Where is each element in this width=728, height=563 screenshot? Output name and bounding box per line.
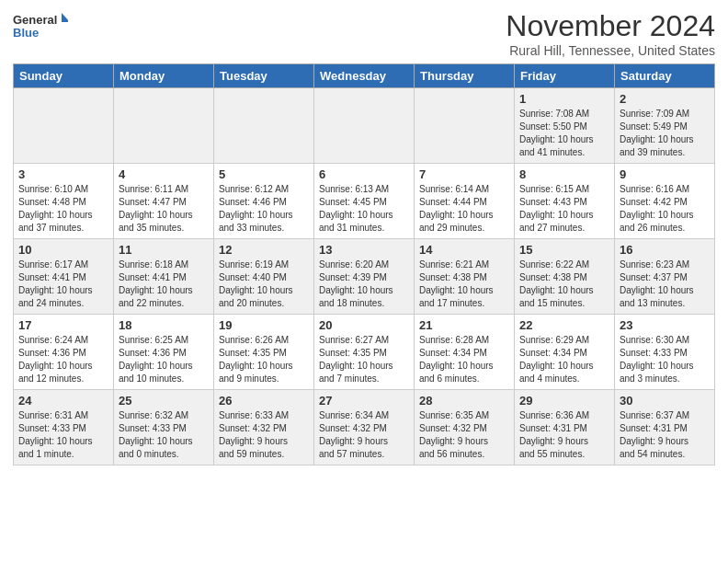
day-info: Sunrise: 6:24 AM Sunset: 4:36 PM Dayligh… xyxy=(18,334,108,385)
day-number: 17 xyxy=(18,318,108,332)
table-row: 30Sunrise: 6:37 AM Sunset: 4:31 PM Dayli… xyxy=(615,390,715,465)
table-row xyxy=(415,88,515,164)
header-tuesday: Tuesday xyxy=(214,64,314,88)
header: General Blue November 2024 Rural Hill, T… xyxy=(13,9,715,58)
day-info: Sunrise: 6:17 AM Sunset: 4:41 PM Dayligh… xyxy=(18,259,108,310)
header-friday: Friday xyxy=(515,64,615,88)
table-row: 14Sunrise: 6:21 AM Sunset: 4:38 PM Dayli… xyxy=(415,239,515,315)
day-info: Sunrise: 6:26 AM Sunset: 4:35 PM Dayligh… xyxy=(219,334,309,385)
day-info: Sunrise: 6:14 AM Sunset: 4:44 PM Dayligh… xyxy=(419,183,509,235)
table-row: 5Sunrise: 6:12 AM Sunset: 4:46 PM Daylig… xyxy=(214,164,314,239)
svg-text:General: General xyxy=(13,13,57,27)
day-number: 10 xyxy=(18,243,108,257)
logo: General Blue xyxy=(13,9,68,46)
table-row: 28Sunrise: 6:35 AM Sunset: 4:32 PM Dayli… xyxy=(415,390,515,465)
day-number: 22 xyxy=(519,318,609,332)
day-info: Sunrise: 6:23 AM Sunset: 4:37 PM Dayligh… xyxy=(620,259,710,310)
day-info: Sunrise: 6:33 AM Sunset: 4:32 PM Dayligh… xyxy=(219,409,309,461)
day-info: Sunrise: 6:11 AM Sunset: 4:47 PM Dayligh… xyxy=(119,183,209,235)
day-info: Sunrise: 6:27 AM Sunset: 4:35 PM Dayligh… xyxy=(319,334,409,385)
table-row: 23Sunrise: 6:30 AM Sunset: 4:33 PM Dayli… xyxy=(615,315,715,390)
calendar-week-row: 3Sunrise: 6:10 AM Sunset: 4:48 PM Daylig… xyxy=(14,164,715,239)
day-info: Sunrise: 6:30 AM Sunset: 4:33 PM Dayligh… xyxy=(620,334,710,385)
table-row: 8Sunrise: 6:15 AM Sunset: 4:43 PM Daylig… xyxy=(515,164,615,239)
day-number: 24 xyxy=(18,394,108,408)
title-area: November 2024 Rural Hill, Tennessee, Uni… xyxy=(506,9,715,58)
calendar-week-row: 17Sunrise: 6:24 AM Sunset: 4:36 PM Dayli… xyxy=(14,315,715,390)
table-row: 2Sunrise: 7:09 AM Sunset: 5:49 PM Daylig… xyxy=(615,88,715,164)
table-row: 15Sunrise: 6:22 AM Sunset: 4:38 PM Dayli… xyxy=(515,239,615,315)
day-number: 18 xyxy=(119,318,209,332)
day-number: 6 xyxy=(319,167,409,181)
table-row xyxy=(14,88,114,164)
day-number: 21 xyxy=(419,318,509,332)
table-row: 18Sunrise: 6:25 AM Sunset: 4:36 PM Dayli… xyxy=(114,315,214,390)
day-info: Sunrise: 6:22 AM Sunset: 4:38 PM Dayligh… xyxy=(519,259,609,310)
day-info: Sunrise: 6:16 AM Sunset: 4:42 PM Dayligh… xyxy=(620,183,710,235)
table-row: 11Sunrise: 6:18 AM Sunset: 4:41 PM Dayli… xyxy=(114,239,214,315)
day-number: 7 xyxy=(419,167,509,181)
header-monday: Monday xyxy=(114,64,214,88)
table-row: 3Sunrise: 6:10 AM Sunset: 4:48 PM Daylig… xyxy=(14,164,114,239)
header-saturday: Saturday xyxy=(615,64,715,88)
table-row xyxy=(314,88,415,164)
day-number: 2 xyxy=(620,92,710,106)
calendar-week-row: 1Sunrise: 7:08 AM Sunset: 5:50 PM Daylig… xyxy=(14,88,715,164)
table-row: 13Sunrise: 6:20 AM Sunset: 4:39 PM Dayli… xyxy=(314,239,415,315)
table-row: 1Sunrise: 7:08 AM Sunset: 5:50 PM Daylig… xyxy=(515,88,615,164)
table-row: 22Sunrise: 6:29 AM Sunset: 4:34 PM Dayli… xyxy=(515,315,615,390)
header-thursday: Thursday xyxy=(415,64,515,88)
day-number: 14 xyxy=(419,243,509,257)
table-row: 4Sunrise: 6:11 AM Sunset: 4:47 PM Daylig… xyxy=(114,164,214,239)
day-number: 25 xyxy=(119,394,209,408)
table-row: 26Sunrise: 6:33 AM Sunset: 4:32 PM Dayli… xyxy=(214,390,314,465)
calendar-header-row: Sunday Monday Tuesday Wednesday Thursday… xyxy=(14,64,715,88)
day-number: 9 xyxy=(620,167,710,181)
day-number: 8 xyxy=(519,167,609,181)
day-info: Sunrise: 6:31 AM Sunset: 4:33 PM Dayligh… xyxy=(18,409,108,461)
day-number: 12 xyxy=(219,243,309,257)
day-info: Sunrise: 6:19 AM Sunset: 4:40 PM Dayligh… xyxy=(219,259,309,310)
table-row: 7Sunrise: 6:14 AM Sunset: 4:44 PM Daylig… xyxy=(415,164,515,239)
day-number: 11 xyxy=(119,243,209,257)
day-number: 19 xyxy=(219,318,309,332)
day-number: 16 xyxy=(620,243,710,257)
day-info: Sunrise: 7:08 AM Sunset: 5:50 PM Dayligh… xyxy=(519,108,609,159)
table-row: 25Sunrise: 6:32 AM Sunset: 4:33 PM Dayli… xyxy=(114,390,214,465)
svg-marker-2 xyxy=(62,13,68,22)
day-info: Sunrise: 6:25 AM Sunset: 4:36 PM Dayligh… xyxy=(119,334,209,385)
header-sunday: Sunday xyxy=(14,64,114,88)
table-row: 17Sunrise: 6:24 AM Sunset: 4:36 PM Dayli… xyxy=(14,315,114,390)
table-row xyxy=(114,88,214,164)
day-info: Sunrise: 6:21 AM Sunset: 4:38 PM Dayligh… xyxy=(419,259,509,310)
day-info: Sunrise: 6:13 AM Sunset: 4:45 PM Dayligh… xyxy=(319,183,409,235)
day-number: 4 xyxy=(119,167,209,181)
day-info: Sunrise: 6:32 AM Sunset: 4:33 PM Dayligh… xyxy=(119,409,209,461)
logo-svg: General Blue xyxy=(13,9,68,46)
day-number: 1 xyxy=(519,92,609,106)
table-row: 19Sunrise: 6:26 AM Sunset: 4:35 PM Dayli… xyxy=(214,315,314,390)
table-row: 24Sunrise: 6:31 AM Sunset: 4:33 PM Dayli… xyxy=(14,390,114,465)
day-number: 27 xyxy=(319,394,409,408)
day-info: Sunrise: 6:28 AM Sunset: 4:34 PM Dayligh… xyxy=(419,334,509,385)
table-row: 16Sunrise: 6:23 AM Sunset: 4:37 PM Dayli… xyxy=(615,239,715,315)
day-number: 28 xyxy=(419,394,509,408)
day-number: 26 xyxy=(219,394,309,408)
page: General Blue November 2024 Rural Hill, T… xyxy=(0,0,728,475)
table-row: 10Sunrise: 6:17 AM Sunset: 4:41 PM Dayli… xyxy=(14,239,114,315)
month-title: November 2024 xyxy=(506,9,715,43)
table-row: 9Sunrise: 6:16 AM Sunset: 4:42 PM Daylig… xyxy=(615,164,715,239)
day-info: Sunrise: 6:12 AM Sunset: 4:46 PM Dayligh… xyxy=(219,183,309,235)
table-row: 29Sunrise: 6:36 AM Sunset: 4:31 PM Dayli… xyxy=(515,390,615,465)
table-row: 6Sunrise: 6:13 AM Sunset: 4:45 PM Daylig… xyxy=(314,164,415,239)
day-number: 15 xyxy=(519,243,609,257)
header-wednesday: Wednesday xyxy=(314,64,415,88)
day-info: Sunrise: 6:15 AM Sunset: 4:43 PM Dayligh… xyxy=(519,183,609,235)
table-row: 20Sunrise: 6:27 AM Sunset: 4:35 PM Dayli… xyxy=(314,315,415,390)
day-number: 20 xyxy=(319,318,409,332)
table-row: 12Sunrise: 6:19 AM Sunset: 4:40 PM Dayli… xyxy=(214,239,314,315)
day-info: Sunrise: 6:18 AM Sunset: 4:41 PM Dayligh… xyxy=(119,259,209,310)
table-row: 21Sunrise: 6:28 AM Sunset: 4:34 PM Dayli… xyxy=(415,315,515,390)
table-row: 27Sunrise: 6:34 AM Sunset: 4:32 PM Dayli… xyxy=(314,390,415,465)
day-number: 29 xyxy=(519,394,609,408)
